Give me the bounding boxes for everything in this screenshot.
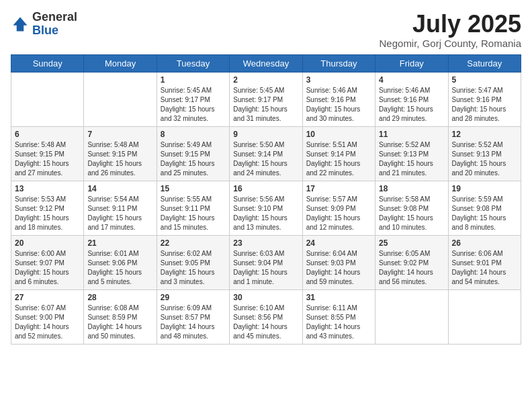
calendar-week-4: 20Sunrise: 6:00 AM Sunset: 9:07 PM Dayli… (11, 235, 521, 289)
day-number: 26 (452, 238, 517, 248)
day-number: 23 (233, 238, 298, 248)
calendar-cell: 11Sunrise: 5:52 AM Sunset: 9:13 PM Dayli… (375, 126, 448, 181)
calendar-cell: 28Sunrise: 6:08 AM Sunset: 8:59 PM Dayli… (84, 289, 157, 344)
weekday-header-tuesday: Tuesday (157, 54, 229, 72)
calendar-week-3: 13Sunrise: 5:53 AM Sunset: 9:12 PM Dayli… (11, 181, 521, 235)
calendar-cell: 27Sunrise: 6:07 AM Sunset: 9:00 PM Dayli… (11, 289, 84, 344)
logo-text: General Blue (32, 11, 77, 38)
day-number: 19 (452, 184, 517, 193)
day-number: 16 (233, 184, 298, 193)
day-number: 22 (161, 238, 226, 248)
day-content: Sunrise: 5:59 AM Sunset: 9:08 PM Dayligh… (452, 195, 517, 232)
calendar-table: SundayMondayTuesdayWednesdayThursdayFrid… (11, 54, 521, 345)
day-number: 29 (161, 293, 226, 302)
calendar-week-1: 1Sunrise: 5:45 AM Sunset: 9:17 PM Daylig… (11, 72, 521, 126)
day-number: 4 (379, 75, 444, 85)
day-number: 11 (379, 130, 444, 139)
day-number: 13 (15, 184, 80, 193)
calendar-cell: 1Sunrise: 5:45 AM Sunset: 9:17 PM Daylig… (157, 72, 229, 126)
day-content: Sunrise: 6:04 AM Sunset: 9:03 PM Dayligh… (306, 249, 371, 287)
day-content: Sunrise: 5:54 AM Sunset: 9:11 PM Dayligh… (87, 195, 152, 232)
day-number: 5 (452, 75, 517, 85)
calendar-cell: 15Sunrise: 5:55 AM Sunset: 9:11 PM Dayli… (157, 181, 229, 235)
day-content: Sunrise: 6:10 AM Sunset: 8:56 PM Dayligh… (233, 304, 298, 341)
calendar-cell: 29Sunrise: 6:09 AM Sunset: 8:57 PM Dayli… (157, 289, 229, 344)
day-content: Sunrise: 6:08 AM Sunset: 8:59 PM Dayligh… (87, 304, 152, 341)
day-number: 24 (306, 238, 371, 248)
day-number: 18 (379, 184, 444, 193)
day-content: Sunrise: 5:51 AM Sunset: 9:14 PM Dayligh… (306, 140, 371, 178)
calendar-week-5: 27Sunrise: 6:07 AM Sunset: 9:00 PM Dayli… (11, 289, 521, 344)
day-content: Sunrise: 5:52 AM Sunset: 9:13 PM Dayligh… (452, 140, 517, 178)
logo-icon (11, 15, 30, 34)
calendar-cell: 24Sunrise: 6:04 AM Sunset: 9:03 PM Dayli… (302, 235, 375, 289)
calendar-cell: 2Sunrise: 5:45 AM Sunset: 9:17 PM Daylig… (230, 72, 302, 126)
day-number: 28 (87, 293, 152, 302)
day-number: 15 (161, 184, 226, 193)
day-content: Sunrise: 6:11 AM Sunset: 8:55 PM Dayligh… (306, 304, 371, 341)
logo-general-text: General (32, 11, 77, 24)
day-content: Sunrise: 5:52 AM Sunset: 9:13 PM Dayligh… (379, 140, 444, 178)
weekday-row: SundayMondayTuesdayWednesdayThursdayFrid… (11, 54, 521, 72)
day-content: Sunrise: 5:46 AM Sunset: 9:16 PM Dayligh… (306, 86, 371, 124)
day-content: Sunrise: 6:05 AM Sunset: 9:02 PM Dayligh… (379, 249, 444, 287)
calendar-cell (11, 72, 84, 126)
day-content: Sunrise: 5:55 AM Sunset: 9:11 PM Dayligh… (161, 195, 226, 232)
calendar-cell: 7Sunrise: 5:48 AM Sunset: 9:15 PM Daylig… (84, 126, 157, 181)
day-content: Sunrise: 5:56 AM Sunset: 9:10 PM Dayligh… (233, 195, 298, 232)
calendar-cell (448, 289, 521, 344)
calendar-cell (375, 289, 448, 344)
day-number: 21 (87, 238, 152, 248)
day-number: 30 (233, 293, 298, 302)
calendar-cell: 14Sunrise: 5:54 AM Sunset: 9:11 PM Dayli… (84, 181, 157, 235)
calendar-cell: 12Sunrise: 5:52 AM Sunset: 9:13 PM Dayli… (448, 126, 521, 181)
day-number: 31 (306, 293, 371, 302)
day-number: 20 (15, 238, 80, 248)
calendar-week-2: 6Sunrise: 5:48 AM Sunset: 9:15 PM Daylig… (11, 126, 521, 181)
day-number: 7 (87, 130, 152, 139)
weekday-header-monday: Monday (84, 54, 157, 72)
calendar-cell: 20Sunrise: 6:00 AM Sunset: 9:07 PM Dayli… (11, 235, 84, 289)
weekday-header-sunday: Sunday (11, 54, 84, 72)
day-number: 12 (452, 130, 517, 139)
calendar-cell: 8Sunrise: 5:49 AM Sunset: 9:15 PM Daylig… (157, 126, 229, 181)
day-number: 27 (15, 293, 80, 302)
day-content: Sunrise: 6:06 AM Sunset: 9:01 PM Dayligh… (452, 249, 517, 287)
location-subtitle: Negomir, Gorj County, Romania (380, 38, 521, 49)
day-content: Sunrise: 5:45 AM Sunset: 9:17 PM Dayligh… (233, 86, 298, 124)
calendar-cell: 17Sunrise: 5:57 AM Sunset: 9:09 PM Dayli… (302, 181, 375, 235)
calendar-body: 1Sunrise: 5:45 AM Sunset: 9:17 PM Daylig… (11, 72, 521, 344)
day-number: 10 (306, 130, 371, 139)
day-content: Sunrise: 5:48 AM Sunset: 9:15 PM Dayligh… (15, 140, 80, 178)
day-content: Sunrise: 5:49 AM Sunset: 9:15 PM Dayligh… (161, 140, 226, 178)
day-content: Sunrise: 5:47 AM Sunset: 9:16 PM Dayligh… (452, 86, 517, 124)
calendar-cell: 30Sunrise: 6:10 AM Sunset: 8:56 PM Dayli… (230, 289, 302, 344)
calendar-cell: 6Sunrise: 5:48 AM Sunset: 9:15 PM Daylig… (11, 126, 84, 181)
day-content: Sunrise: 5:53 AM Sunset: 9:12 PM Dayligh… (15, 195, 80, 232)
logo: General Blue (11, 11, 77, 38)
title-block: July 2025 Negomir, Gorj County, Romania (380, 11, 521, 49)
day-number: 1 (161, 75, 226, 85)
weekday-header-wednesday: Wednesday (230, 54, 302, 72)
calendar-cell: 13Sunrise: 5:53 AM Sunset: 9:12 PM Dayli… (11, 181, 84, 235)
calendar-cell: 9Sunrise: 5:50 AM Sunset: 9:14 PM Daylig… (230, 126, 302, 181)
weekday-header-friday: Friday (375, 54, 448, 72)
day-number: 2 (233, 75, 298, 85)
calendar-cell (84, 72, 157, 126)
day-content: Sunrise: 6:03 AM Sunset: 9:04 PM Dayligh… (233, 249, 298, 287)
day-content: Sunrise: 6:00 AM Sunset: 9:07 PM Dayligh… (15, 249, 80, 287)
page-header: General Blue July 2025 Negomir, Gorj Cou… (11, 11, 521, 49)
day-number: 14 (87, 184, 152, 193)
logo-blue-text: Blue (32, 24, 77, 38)
weekday-header-saturday: Saturday (448, 54, 521, 72)
calendar-cell: 22Sunrise: 6:02 AM Sunset: 9:05 PM Dayli… (157, 235, 229, 289)
day-content: Sunrise: 5:46 AM Sunset: 9:16 PM Dayligh… (379, 86, 444, 124)
calendar-cell: 3Sunrise: 5:46 AM Sunset: 9:16 PM Daylig… (302, 72, 375, 126)
day-number: 17 (306, 184, 371, 193)
calendar-cell: 18Sunrise: 5:58 AM Sunset: 9:08 PM Dayli… (375, 181, 448, 235)
day-number: 3 (306, 75, 371, 85)
calendar-cell: 26Sunrise: 6:06 AM Sunset: 9:01 PM Dayli… (448, 235, 521, 289)
calendar-cell: 10Sunrise: 5:51 AM Sunset: 9:14 PM Dayli… (302, 126, 375, 181)
calendar-cell: 5Sunrise: 5:47 AM Sunset: 9:16 PM Daylig… (448, 72, 521, 126)
day-number: 8 (161, 130, 226, 139)
